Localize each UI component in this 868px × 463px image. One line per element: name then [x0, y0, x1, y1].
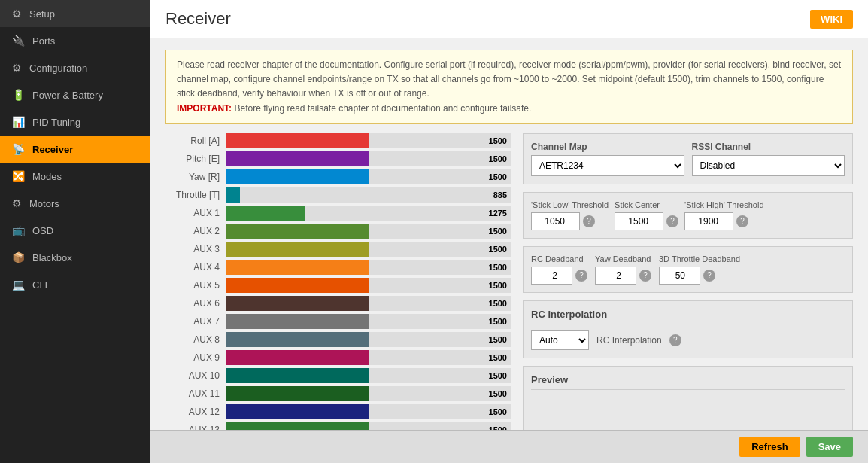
stick-high-help-icon[interactable]: ? — [736, 215, 748, 227]
channel-value-8: 1500 — [489, 281, 507, 290]
stick-center-input[interactable] — [615, 212, 663, 230]
channel-bar-7 — [226, 260, 369, 275]
sidebar-item-configuration[interactable]: ⚙Configuration — [0, 54, 150, 81]
channel-row-10: AUX 7 1500 — [165, 314, 511, 329]
channel-bar-1 — [226, 151, 369, 166]
yaw-deadband-field: Yaw Deadband ? — [595, 254, 651, 285]
sidebar-item-power-battery[interactable]: 🔋Power & Battery — [0, 81, 150, 108]
channel-label-3: Throttle [T] — [165, 190, 226, 200]
info-text: Please read receiver chapter of the docu… — [177, 59, 841, 99]
stick-low-help-icon[interactable]: ? — [583, 215, 595, 227]
rc-deadband-input[interactable] — [531, 267, 572, 285]
pid-tuning-icon: 📊 — [12, 116, 25, 128]
channel-map-select[interactable]: AETR1234TAER1234RTAE1234 — [531, 155, 684, 176]
sidebar-item-setup[interactable]: ⚙Setup — [0, 0, 150, 27]
channel-label-0: Roll [A] — [165, 136, 226, 146]
channel-bar-10 — [226, 314, 369, 329]
refresh-button[interactable]: Refresh — [739, 437, 800, 457]
osd-icon: 📺 — [12, 224, 25, 236]
sidebar-item-ports[interactable]: 🔌Ports — [0, 27, 150, 54]
stick-high-label: 'Stick High' Threshold — [684, 200, 764, 209]
channel-bar-6 — [226, 242, 369, 257]
sidebar-item-cli[interactable]: 💻CLI — [0, 271, 150, 298]
channel-bar-16 — [226, 422, 369, 430]
channel-row-5: AUX 2 1500 — [165, 224, 511, 239]
channel-label-9: AUX 6 — [165, 298, 226, 309]
sidebar-label-osd: OSD — [32, 225, 53, 236]
setup-icon: ⚙ — [12, 8, 22, 20]
channel-map-field: Channel Map AETR1234TAER1234RTAE1234 — [531, 142, 684, 176]
channel-bar-wrapper-8: 1500 — [226, 278, 511, 293]
channel-row-11: AUX 8 1500 — [165, 332, 511, 347]
channel-bar-5 — [226, 224, 369, 239]
yaw-deadband-help-icon[interactable]: ? — [639, 270, 651, 282]
channel-row-14: AUX 11 1500 — [165, 386, 511, 401]
stick-low-input[interactable] — [531, 212, 580, 230]
channel-bar-wrapper-14: 1500 — [226, 386, 511, 401]
sidebar-item-osd[interactable]: 📺OSD — [0, 217, 150, 244]
channel-bar-wrapper-10: 1500 — [226, 314, 511, 329]
stick-high-input[interactable] — [684, 212, 733, 230]
channel-label-4: AUX 1 — [165, 208, 226, 218]
channel-value-0: 1500 — [489, 136, 507, 145]
channel-bar-wrapper-5: 1500 — [226, 224, 511, 239]
stick-center-help-icon[interactable]: ? — [666, 215, 678, 227]
channel-row-4: AUX 1 1275 — [165, 206, 511, 221]
configuration-icon: ⚙ — [12, 62, 22, 74]
sidebar-label-power-battery: Power & Battery — [32, 90, 103, 101]
sidebar-item-modes[interactable]: 🔀Modes — [0, 163, 150, 190]
rssi-channel-field: RSSI Channel DisabledAUX 1AUX 2AUX 3AUX … — [692, 142, 845, 176]
channel-label-16: AUX 13 — [165, 425, 226, 430]
rc-interpolation-row: AutoNoneDefaultMediumFast RC Interpolati… — [531, 330, 845, 350]
channel-bar-wrapper-7: 1500 — [226, 260, 511, 275]
channel-bar-9 — [226, 296, 369, 311]
rc-interpolation-select[interactable]: AutoNoneDefaultMediumFast — [531, 330, 589, 350]
channel-label-12: AUX 9 — [165, 352, 226, 363]
channel-bar-4 — [226, 206, 305, 221]
deadband-row: RC Deadband ? Yaw Deadband ? — [531, 254, 845, 285]
channel-bar-15 — [226, 404, 369, 419]
throttle-deadband-input[interactable] — [659, 267, 700, 285]
sidebar-item-receiver[interactable]: 📡Receiver — [0, 136, 150, 163]
channel-bar-13 — [226, 368, 369, 383]
channel-row-2: Yaw [R] 1500 — [165, 169, 511, 184]
channel-value-13: 1500 — [489, 371, 507, 380]
channel-row-15: AUX 12 1500 — [165, 404, 511, 419]
stick-low-label: 'Stick Low' Threshold — [531, 200, 609, 209]
stick-high-threshold-field: 'Stick High' Threshold ? — [684, 200, 764, 230]
channel-row-8: AUX 5 1500 — [165, 278, 511, 293]
wiki-button[interactable]: WIKI — [810, 10, 853, 29]
sidebar-label-modes: Modes — [32, 171, 62, 182]
save-button[interactable]: Save — [806, 437, 853, 457]
rc-interpolation-help-icon[interactable]: ? — [669, 334, 681, 346]
channel-label-15: AUX 12 — [165, 407, 226, 417]
channel-label-6: AUX 3 — [165, 244, 226, 254]
channel-label-13: AUX 10 — [165, 370, 226, 381]
channel-bar-wrapper-2: 1500 — [226, 169, 511, 184]
channel-row-6: AUX 3 1500 — [165, 242, 511, 257]
throttle-deadband-label: 3D Throttle Deadband — [659, 254, 740, 263]
stick-low-threshold-field: 'Stick Low' Threshold ? — [531, 200, 609, 230]
rssi-channel-label: RSSI Channel — [692, 142, 845, 152]
sidebar-item-blackbox[interactable]: 📦Blackbox — [0, 244, 150, 271]
channel-bar-wrapper-4: 1275 — [226, 206, 511, 221]
right-panel: Channel Map AETR1234TAER1234RTAE1234 RSS… — [523, 133, 853, 430]
sidebar-label-setup: Setup — [29, 8, 55, 20]
channel-value-15: 1500 — [489, 407, 507, 416]
channel-bar-wrapper-9: 1500 — [226, 296, 511, 311]
throttle-deadband-help-icon[interactable]: ? — [703, 270, 715, 282]
channel-value-10: 1500 — [489, 317, 507, 326]
rssi-channel-select[interactable]: DisabledAUX 1AUX 2AUX 3AUX 4 — [692, 155, 845, 176]
yaw-deadband-input[interactable] — [595, 267, 636, 285]
rc-deadband-help-icon[interactable]: ? — [575, 270, 587, 282]
deadband-section: RC Deadband ? Yaw Deadband ? — [523, 246, 853, 293]
preview-section: Preview OscarLiang.com — [523, 366, 853, 430]
sidebar-item-pid-tuning[interactable]: 📊PID Tuning — [0, 108, 150, 136]
cli-icon: 💻 — [12, 279, 25, 291]
sidebar-item-motors[interactable]: ⚙Motors — [0, 190, 150, 217]
channel-row-16: AUX 13 1500 — [165, 422, 511, 430]
channel-row-3: Throttle [T] 885 — [165, 187, 511, 203]
channel-label-10: AUX 7 — [165, 316, 226, 327]
sidebar-label-pid-tuning: PID Tuning — [32, 117, 80, 128]
channels-panel: Roll [A] 1500 Pitch [E] 1500 Yaw [R] 150… — [165, 133, 511, 430]
